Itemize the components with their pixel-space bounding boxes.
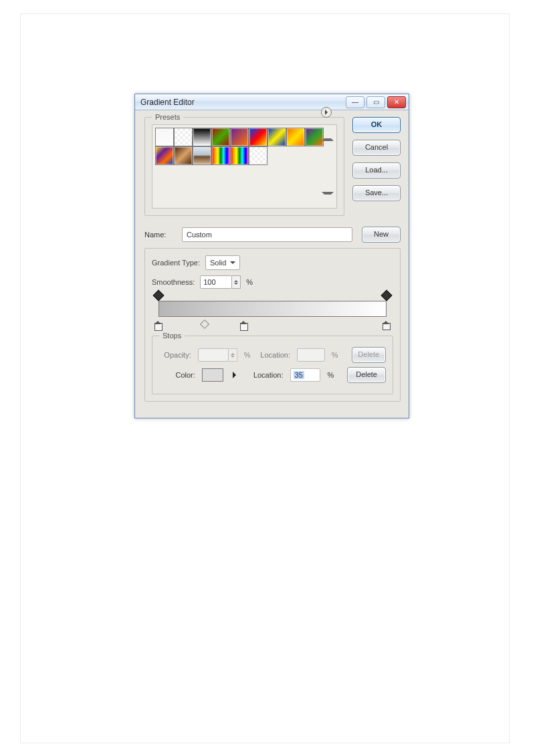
- preset-red-green[interactable]: [211, 128, 230, 146]
- gradient-type-select[interactable]: Solid: [205, 255, 240, 270]
- close-button[interactable]: ✕: [387, 96, 406, 108]
- scroll-down-icon[interactable]: [322, 192, 334, 204]
- presets-menu-icon[interactable]: [321, 107, 332, 118]
- preset-chrome[interactable]: [193, 146, 211, 165]
- delete-color-button[interactable]: Delete: [347, 367, 386, 383]
- opacity-input: [198, 348, 229, 362]
- window-title: Gradient Editor: [140, 98, 195, 107]
- color-flyout-icon[interactable]: [233, 372, 239, 378]
- save-button[interactable]: Save...: [352, 185, 401, 201]
- preset-blue-red-yellow[interactable]: [249, 128, 268, 146]
- color-well[interactable]: [202, 368, 223, 382]
- maximize-button[interactable]: ▭: [366, 96, 385, 108]
- opacity-stop-left[interactable]: [154, 291, 163, 299]
- cancel-button[interactable]: Cancel: [352, 140, 401, 156]
- presets-box: [152, 124, 337, 209]
- preset-orange-yellow-orange[interactable]: [286, 128, 305, 146]
- preset-spectrum[interactable]: [211, 146, 230, 165]
- preset-transparent-rainbow[interactable]: [230, 146, 249, 165]
- smoothness-stepper[interactable]: [232, 275, 241, 289]
- caret-down-icon: [230, 261, 235, 267]
- color-location-value: 35: [294, 371, 304, 379]
- color-location-pct: %: [327, 371, 334, 379]
- opacity-location-pct: %: [332, 351, 338, 359]
- new-button[interactable]: New: [362, 227, 401, 243]
- smoothness-input[interactable]: 100: [200, 275, 232, 289]
- gradient-bar[interactable]: [152, 294, 393, 326]
- opacity-stop-right[interactable]: [383, 291, 391, 299]
- presets-group: Presets: [144, 117, 344, 216]
- preset-transparent-stripes[interactable]: [249, 146, 268, 165]
- load-button[interactable]: Load...: [352, 162, 401, 178]
- opacity-label: Opacity:: [159, 351, 191, 359]
- preset-foreground-to-transparent[interactable]: [174, 128, 193, 146]
- title-bar[interactable]: Gradient Editor — ▭ ✕: [135, 94, 409, 110]
- presets-legend: Presets: [152, 113, 183, 121]
- presets-grid: [155, 128, 334, 164]
- opacity-stepper: [229, 348, 237, 362]
- scroll-up-icon[interactable]: [322, 129, 334, 141]
- color-stop-mid[interactable]: [240, 321, 248, 330]
- gradient-type-label: Gradient Type:: [152, 259, 200, 267]
- name-label: Name:: [144, 231, 174, 239]
- color-stop-left[interactable]: [154, 321, 163, 330]
- color-location-input[interactable]: 35: [290, 368, 321, 382]
- ok-button[interactable]: OK: [352, 117, 401, 133]
- midpoint-marker[interactable]: [200, 320, 209, 329]
- opacity-location-input: [297, 348, 325, 362]
- stops-legend: Stops: [159, 332, 185, 340]
- color-location-label: Location:: [246, 371, 284, 379]
- color-label: Color:: [159, 371, 195, 379]
- color-stop-right[interactable]: [383, 321, 391, 330]
- smoothness-label: Smoothness:: [152, 278, 195, 286]
- gradient-preview[interactable]: [158, 301, 387, 317]
- gradient-editor-dialog: Gradient Editor — ▭ ✕ Presets O: [134, 94, 409, 418]
- opacity-pct: %: [244, 351, 251, 359]
- preset-black-white[interactable]: [193, 128, 211, 146]
- preset-violet-green-orange[interactable]: [305, 128, 324, 146]
- preset-foreground-to-background[interactable]: [155, 128, 174, 146]
- gradient-type-group: Gradient Type: Solid Smoothness: 100 %: [144, 248, 401, 402]
- stops-group: Stops Opacity: % Location: % Delete Colo…: [152, 336, 393, 394]
- preset-copper[interactable]: [174, 146, 193, 165]
- preset-blue-yellow-blue[interactable]: [268, 128, 286, 146]
- opacity-location-label: Location:: [257, 351, 290, 359]
- name-input[interactable]: Custom: [182, 227, 352, 242]
- minimize-button[interactable]: —: [346, 96, 364, 108]
- preset-violet-orange[interactable]: [230, 128, 249, 146]
- preset-yellow-violet-orange-blue[interactable]: [155, 146, 174, 165]
- delete-opacity-button: Delete: [352, 347, 386, 363]
- percent-label: %: [246, 278, 253, 286]
- gradient-type-value: Solid: [210, 259, 226, 267]
